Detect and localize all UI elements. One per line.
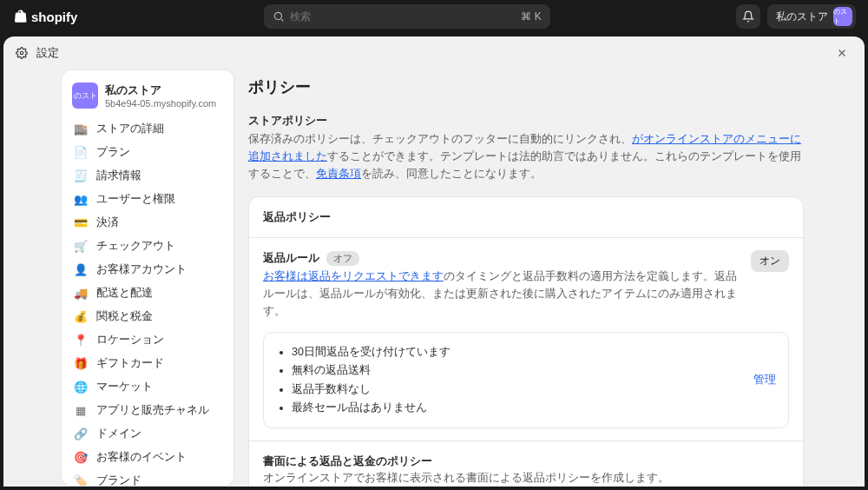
sidebar-item[interactable]: 🎯お客様のイベント bbox=[62, 446, 233, 469]
written-policy-desc: オンラインストアでお客様に表示される書面による返品ポリシーを作成します。 bbox=[263, 469, 789, 487]
nav-icon: 🛒 bbox=[74, 240, 88, 254]
sidebar-item-label: 関税と税金 bbox=[96, 309, 153, 324]
sidebar-item-label: 配送と配達 bbox=[96, 286, 153, 301]
search-input[interactable] bbox=[290, 10, 516, 23]
sidebar-item-label: ドメイン bbox=[96, 427, 141, 441]
sidebar-item-label: ギフトカード bbox=[96, 356, 164, 371]
sidebar-item[interactable]: 🏷️ブランド bbox=[62, 469, 233, 487]
nav-icon: 🎁 bbox=[74, 357, 88, 371]
sidebar-item[interactable]: 🎁ギフトカード bbox=[62, 352, 233, 375]
return-policy-title: 返品ポリシー bbox=[263, 209, 789, 225]
nav-icon: 🔗 bbox=[74, 427, 88, 441]
nav-icon: ▦ bbox=[74, 404, 88, 418]
sidebar-item-label: お客様のイベント bbox=[96, 450, 187, 465]
gear-icon bbox=[16, 47, 28, 59]
sidebar-item-label: 請求情報 bbox=[96, 169, 141, 183]
nav-icon: 📄 bbox=[74, 146, 88, 160]
enable-button[interactable]: オン bbox=[751, 250, 789, 272]
return-rule-badge: オフ bbox=[326, 251, 359, 266]
sidebar-item-label: マーケット bbox=[96, 380, 153, 394]
manage-link[interactable]: 管理 bbox=[753, 373, 776, 387]
sidebar-item[interactable]: 💰関税と税金 bbox=[62, 305, 233, 328]
store-policy-desc: 保存済みのポリシーは、チェックアウトのフッターに自動的にリンクされ、がオンライン… bbox=[248, 130, 804, 182]
sidebar-item-label: チェックアウト bbox=[96, 239, 175, 254]
notifications-button[interactable] bbox=[736, 4, 760, 29]
search-shortcut: ⌘ K bbox=[521, 10, 541, 23]
nav-icon: 👤 bbox=[74, 263, 88, 277]
settings-header: 設定 bbox=[3, 36, 865, 70]
store-card[interactable]: のスト 私のストア 5b4e94-05.myshopify.com bbox=[62, 77, 233, 117]
store-domain: 5b4e94-05.myshopify.com bbox=[105, 98, 216, 109]
sidebar-item[interactable]: 📍ロケーション bbox=[62, 328, 233, 352]
nav-icon: 🏷️ bbox=[74, 474, 88, 487]
sidebar-item-label: ユーザーと権限 bbox=[96, 192, 175, 207]
return-rule-bullet: 30日間返品を受け付けています bbox=[292, 343, 450, 361]
sidebar-item[interactable]: 🌐マーケット bbox=[62, 375, 233, 399]
svg-point-1 bbox=[20, 51, 23, 55]
shopify-bag-icon bbox=[12, 9, 28, 24]
sidebar-item[interactable]: 🔗ドメイン bbox=[62, 422, 233, 446]
sidebar-item-label: 決済 bbox=[96, 215, 119, 230]
disclaimer-link[interactable]: 免責条項 bbox=[316, 168, 361, 180]
close-button[interactable] bbox=[832, 43, 852, 63]
sidebar-item[interactable]: 💳決済 bbox=[62, 211, 233, 235]
sidebar-item-label: アプリと販売チャネル bbox=[96, 403, 209, 418]
return-rule-bullet: 最終セール品はありません bbox=[292, 399, 450, 417]
nav-icon: 👥 bbox=[74, 193, 88, 207]
topbar: shopify ⌘ K 私のストア のスト bbox=[0, 0, 868, 33]
nav-icon: 🏬 bbox=[74, 122, 88, 136]
return-rule-bullet: 無料の返品送料 bbox=[292, 361, 450, 380]
store-policy-title: ストアポリシー bbox=[248, 113, 804, 129]
sidebar-item[interactable]: 👥ユーザーと権限 bbox=[62, 188, 233, 211]
return-rule-summary: 30日間返品を受け付けています無料の返品送料返品手数料なし最終セール品はありませ… bbox=[263, 332, 789, 428]
settings-title: 設定 bbox=[36, 45, 59, 61]
nav-icon: 💰 bbox=[74, 310, 88, 324]
sidebar-item-label: お客様アカウント bbox=[96, 262, 187, 277]
store-menu[interactable]: 私のストア のスト bbox=[767, 4, 856, 29]
close-icon bbox=[836, 47, 848, 59]
settings-sidebar: のスト 私のストア 5b4e94-05.myshopify.com 🏬ストアの詳… bbox=[61, 70, 234, 487]
brand-text: shopify bbox=[31, 10, 77, 24]
avatar: のスト bbox=[833, 7, 852, 26]
search-box[interactable]: ⌘ K bbox=[264, 4, 550, 29]
sidebar-item[interactable]: ▦アプリと販売チャネル bbox=[62, 399, 233, 422]
sidebar-item[interactable]: 🏬ストアの詳細 bbox=[62, 117, 233, 141]
sidebar-item-label: ロケーション bbox=[96, 333, 164, 348]
svg-point-0 bbox=[274, 12, 281, 19]
store-chip-name: 私のストア bbox=[776, 10, 828, 24]
sidebar-item[interactable]: 🚚配送と配達 bbox=[62, 281, 233, 305]
store-avatar: のスト bbox=[72, 83, 98, 109]
return-request-link[interactable]: お客様は返品をリクエストできます bbox=[263, 270, 444, 282]
return-rule-title: 返品ルール bbox=[263, 250, 319, 266]
nav-icon: 🎯 bbox=[74, 451, 88, 465]
sidebar-item[interactable]: 🛒チェックアウト bbox=[62, 235, 233, 258]
return-rule-desc: お客様は返品をリクエストできますのタイミングと返品手数料の適用方法を定義します。… bbox=[263, 268, 742, 320]
return-rule-bullets: 30日間返品を受け付けています無料の返品送料返品手数料なし最終セール品はありませ… bbox=[276, 343, 450, 417]
nav-icon: 🚚 bbox=[74, 287, 88, 301]
return-policy-card: 返品ポリシー 返品ルール オフ bbox=[248, 196, 804, 487]
nav-icon: 📍 bbox=[74, 334, 88, 348]
nav-icon: 💳 bbox=[74, 216, 88, 230]
sidebar-item-label: プラン bbox=[96, 145, 130, 160]
return-rule-bullet: 返品手数料なし bbox=[292, 381, 450, 399]
bell-icon bbox=[742, 10, 754, 23]
nav-icon: 🌐 bbox=[74, 381, 88, 394]
sidebar-item[interactable]: 🧾請求情報 bbox=[62, 164, 233, 188]
sidebar-item[interactable]: 👤お客様アカウント bbox=[62, 258, 233, 281]
shopify-logo[interactable]: shopify bbox=[12, 9, 77, 24]
settings-content: ポリシー ストアポリシー 保存済みのポリシーは、チェックアウトのフッターに自動的… bbox=[248, 70, 807, 487]
search-icon bbox=[273, 10, 285, 23]
sidebar-item[interactable]: 📄プラン bbox=[62, 141, 233, 164]
nav-icon: 🧾 bbox=[74, 169, 88, 183]
sidebar-item-label: ブランド bbox=[96, 473, 141, 487]
written-policy-title: 書面による返品と返金のポリシー bbox=[263, 454, 789, 469]
store-name: 私のストア bbox=[105, 83, 216, 98]
sidebar-item-label: ストアの詳細 bbox=[96, 122, 164, 136]
page-title: ポリシー bbox=[248, 76, 804, 97]
